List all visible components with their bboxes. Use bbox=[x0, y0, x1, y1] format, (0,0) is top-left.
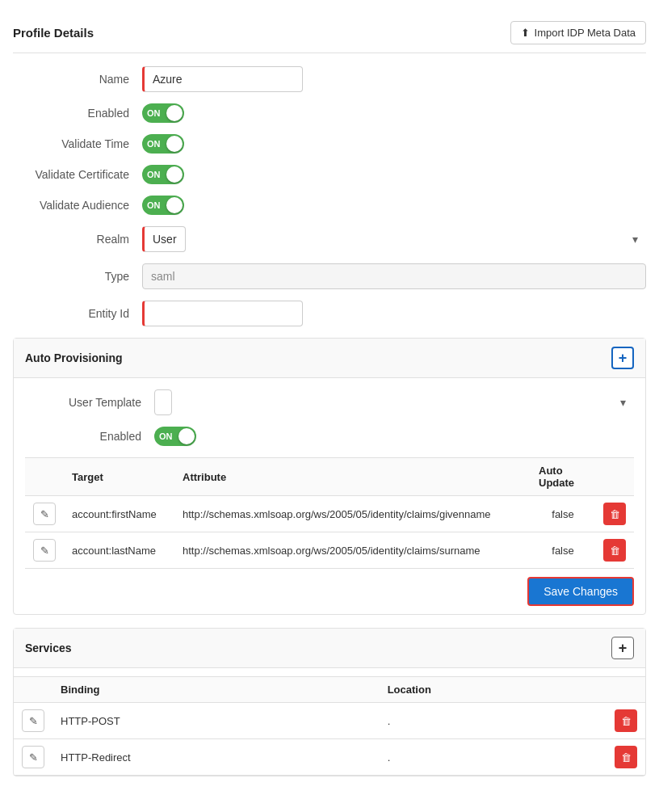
name-input[interactable] bbox=[142, 66, 303, 92]
user-template-select[interactable] bbox=[154, 389, 172, 415]
auto-provisioning-title: Auto Provisioning bbox=[25, 351, 123, 364]
services-add-button[interactable]: + bbox=[611, 637, 634, 659]
provisioning-attribute-cell: http://schemas.xmlsoap.org/ws/2005/05/id… bbox=[174, 496, 531, 532]
auto-provisioning-add-button[interactable]: + bbox=[611, 347, 634, 369]
entity-id-label: Entity Id bbox=[13, 307, 142, 320]
services-binding-cell: HTTP-POST bbox=[52, 703, 380, 739]
name-row: Name bbox=[13, 66, 646, 92]
realm-select-wrapper: User bbox=[142, 226, 646, 252]
services-edit-button[interactable]: ✎ bbox=[22, 709, 44, 732]
validate-audience-row: Validate Audience ON bbox=[13, 196, 646, 215]
upload-icon: ⬆ bbox=[521, 27, 530, 39]
profile-details-header: Profile Details ⬆ Import IDP Meta Data bbox=[13, 13, 646, 53]
col-attribute-header: Attribute bbox=[174, 458, 531, 496]
provisioning-delete-button[interactable]: 🗑 bbox=[603, 503, 626, 525]
auto-provisioning-body: User Template Enabled ON Target bbox=[14, 378, 645, 614]
type-input bbox=[142, 263, 646, 289]
services-col-binding-header: Binding bbox=[52, 677, 380, 703]
ap-enabled-toggle[interactable]: ON bbox=[154, 427, 196, 446]
save-row: Save Changes bbox=[25, 569, 634, 611]
validate-cert-label: Validate Certificate bbox=[13, 168, 142, 181]
services-col-edit-header bbox=[14, 677, 52, 703]
page-title: Profile Details bbox=[13, 26, 94, 40]
services-table-row: ✎ HTTP-POST . 🗑 bbox=[14, 703, 645, 739]
col-delete-header bbox=[595, 458, 634, 496]
entity-id-row: Entity Id bbox=[13, 301, 646, 326]
provisioning-target-cell: account:lastName bbox=[64, 532, 174, 569]
save-changes-button[interactable]: Save Changes bbox=[527, 577, 634, 606]
col-target-header: Target bbox=[64, 458, 174, 496]
realm-row: Realm User bbox=[13, 226, 646, 252]
services-location-cell: . bbox=[380, 703, 607, 739]
enabled-label: Enabled bbox=[13, 107, 142, 120]
col-edit-header bbox=[25, 458, 64, 496]
ap-enabled-label: Enabled bbox=[25, 430, 154, 443]
services-col-delete-header bbox=[607, 677, 645, 703]
user-template-row: User Template bbox=[25, 389, 634, 415]
enabled-toggle[interactable]: ON bbox=[142, 103, 184, 123]
provisioning-delete-button[interactable]: 🗑 bbox=[603, 539, 626, 562]
provisioning-table: Target Attribute AutoUpdate ✎ account:fi… bbox=[25, 457, 634, 569]
services-title: Services bbox=[25, 642, 72, 654]
user-template-label: User Template bbox=[25, 396, 154, 409]
provisioning-attribute-cell: http://schemas.xmlsoap.org/ws/2005/05/id… bbox=[174, 532, 531, 569]
services-col-location-header: Location bbox=[380, 677, 607, 703]
type-row: Type bbox=[13, 263, 646, 289]
validate-time-toggle[interactable]: ON bbox=[142, 134, 184, 154]
provisioning-table-row: ✎ account:lastName http://schemas.xmlsoa… bbox=[25, 532, 634, 569]
ap-enabled-row: Enabled ON bbox=[25, 427, 634, 446]
services-delete-button[interactable]: 🗑 bbox=[615, 709, 637, 732]
provisioning-edit-button[interactable]: ✎ bbox=[33, 539, 56, 562]
provisioning-table-row: ✎ account:firstName http://schemas.xmlso… bbox=[25, 496, 634, 532]
user-template-select-wrapper bbox=[154, 389, 634, 415]
services-binding-cell: HTTP-Redirect bbox=[52, 739, 380, 776]
col-auto-update-header: AutoUpdate bbox=[531, 458, 595, 496]
services-header: Services + bbox=[14, 629, 645, 668]
validate-time-label: Validate Time bbox=[13, 137, 142, 150]
provisioning-auto-update-cell: false bbox=[531, 532, 595, 569]
validate-audience-label: Validate Audience bbox=[13, 199, 142, 212]
provisioning-edit-button[interactable]: ✎ bbox=[33, 503, 56, 525]
services-table: Binding Location ✎ HTTP-POST . 🗑 ✎ HTTP-… bbox=[14, 676, 645, 776]
validate-audience-toggle[interactable]: ON bbox=[142, 196, 184, 215]
enabled-row: Enabled ON bbox=[13, 103, 646, 123]
name-label: Name bbox=[13, 73, 142, 86]
provisioning-target-cell: account:firstName bbox=[64, 496, 174, 532]
realm-label: Realm bbox=[13, 233, 142, 246]
validate-cert-row: Validate Certificate ON bbox=[13, 165, 646, 184]
name-field-wrapper bbox=[142, 66, 646, 92]
provisioning-table-header-row: Target Attribute AutoUpdate bbox=[25, 458, 634, 496]
import-idp-button[interactable]: ⬆ Import IDP Meta Data bbox=[510, 21, 646, 44]
services-delete-button[interactable]: 🗑 bbox=[615, 746, 637, 768]
type-label: Type bbox=[13, 270, 142, 283]
validate-time-row: Validate Time ON bbox=[13, 134, 646, 154]
auto-provisioning-header: Auto Provisioning + bbox=[14, 339, 645, 378]
provisioning-auto-update-cell: false bbox=[531, 496, 595, 532]
services-section: Services + Binding Location ✎ HTTP-POST … bbox=[13, 628, 646, 776]
realm-select[interactable]: User bbox=[142, 226, 186, 252]
services-location-cell: . bbox=[380, 739, 607, 776]
services-table-row: ✎ HTTP-Redirect . 🗑 bbox=[14, 739, 645, 776]
services-edit-button[interactable]: ✎ bbox=[22, 746, 44, 768]
entity-id-input[interactable] bbox=[142, 301, 303, 326]
services-table-header-row: Binding Location bbox=[14, 677, 645, 703]
auto-provisioning-section: Auto Provisioning + User Template Enable… bbox=[13, 338, 646, 615]
validate-cert-toggle[interactable]: ON bbox=[142, 165, 184, 184]
entity-id-wrapper bbox=[142, 301, 646, 326]
